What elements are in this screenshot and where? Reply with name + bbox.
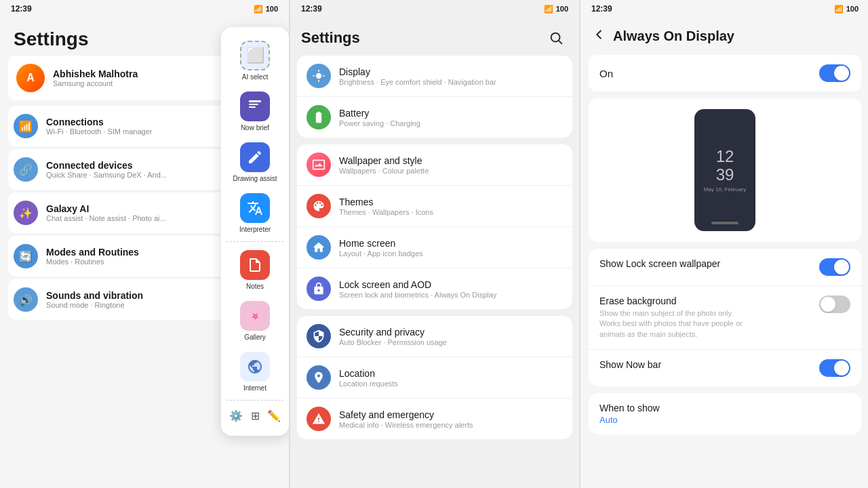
status-icons-1: 📶 100	[254, 5, 278, 14]
settings-row-themes[interactable]: Themes Themes · Wallpapers · Icons	[297, 186, 572, 227]
settings-row-battery[interactable]: Battery Power saving · Charging	[297, 97, 572, 138]
search-button[interactable]	[544, 26, 568, 50]
edit-pen-icon[interactable]: ✏️	[264, 406, 283, 425]
float-item-ai-select[interactable]: ⬜ AI select	[226, 35, 283, 86]
home-text: Home screen Layout · App icon badges	[339, 238, 423, 258]
aod-option-show-lock: Show Lock screen wallpaper	[589, 249, 861, 286]
aod-header: Always On Display	[580, 18, 868, 55]
battery-text-3: 100	[846, 5, 859, 13]
galaxy-ai-text: Galaxy AI Chat assist · Note assist · Ph…	[46, 203, 166, 222]
themes-icon	[307, 194, 331, 218]
when-to-show-value: Auto	[599, 415, 850, 425]
account-avatar: A	[16, 64, 45, 92]
status-bar-1: 12:39 📶 100	[0, 0, 289, 18]
status-icons-3: 📶 100	[834, 5, 859, 14]
connected-devices-icon: 🔗	[14, 157, 38, 182]
settings-gear-icon[interactable]: ⚙️	[226, 406, 245, 425]
account-info: Abhishek Malhotra Samsung account	[53, 68, 138, 87]
account-name: Abhishek Malhotra	[53, 68, 138, 79]
float-item-interpreter[interactable]: Interpreter	[226, 188, 283, 239]
settings-row-security[interactable]: Security and privacy Auto Blocker · Perm…	[297, 316, 572, 357]
svg-rect-1	[249, 104, 258, 105]
galaxy-ai-icon: ✨	[14, 201, 38, 225]
connections-icon: 📶	[14, 114, 38, 138]
lock-text: Lock screen and AOD Screen lock and biom…	[339, 279, 496, 299]
grid-icon[interactable]: ⊞	[245, 406, 264, 425]
now-brief-label: Now brief	[241, 124, 269, 131]
aod-main-toggle[interactable]	[819, 64, 850, 82]
modes-text: Modes and Routines Modes · Routines	[46, 247, 139, 266]
notes-icon	[240, 250, 270, 280]
panel-settings-list: 12:39 📶 100 Settings Display Brightness …	[290, 0, 579, 488]
internet-label: Internet	[243, 384, 267, 392]
settings-group-security: Security and privacy Auto Blocker · Perm…	[297, 316, 572, 439]
float-item-drawing-assist[interactable]: Drawing assist	[226, 137, 283, 188]
panel-always-on-display: 12:39 📶 100 Always On Display On 12 39 M…	[580, 0, 868, 488]
settings-row-safety[interactable]: Safety and emergency Medical info · Wire…	[297, 399, 572, 439]
signal-icon-3: 📶	[834, 5, 844, 14]
preview-date: May 10, February	[704, 186, 747, 192]
settings-group-display: Display Brightness · Eye comfort shield …	[297, 56, 572, 138]
when-to-show-label: When to show	[599, 403, 850, 413]
float-item-internet[interactable]: Internet	[226, 346, 283, 397]
time-1: 12:39	[11, 4, 32, 14]
drawing-assist-label: Drawing assist	[233, 175, 277, 182]
battery-text: 100	[266, 5, 278, 13]
display-text: Display Brightness · Eye comfort shield …	[339, 66, 496, 86]
float-item-notes[interactable]: Notes	[226, 245, 283, 296]
interpreter-icon	[240, 193, 270, 223]
themes-text: Themes Themes · Wallpapers · Icons	[339, 197, 433, 216]
time-2: 12:39	[301, 4, 322, 14]
float-item-now-brief[interactable]: Now brief	[226, 86, 283, 137]
float-bottom-actions: ⚙️ ⊞ ✏️	[226, 403, 283, 428]
connected-devices-text: Connected devices Quick Share · Samsung …	[46, 160, 167, 179]
panel-settings-main: 12:39 📶 100 Settings A Abhishek Malhotra…	[0, 0, 289, 488]
location-text: Location Location requests	[339, 368, 398, 388]
status-bar-3: 12:39 📶 100	[580, 0, 868, 18]
now-bar-toggle[interactable]	[819, 359, 850, 377]
battery-text-row: Battery Power saving · Charging	[339, 108, 420, 127]
status-icons-2: 📶 100	[544, 5, 568, 14]
when-to-show-section[interactable]: When to show Auto	[589, 393, 861, 434]
floating-menu: ⬜ AI select Now brief Drawing assist Int…	[221, 27, 289, 436]
settings-row-wallpaper[interactable]: Wallpaper and style Wallpapers · Colour …	[297, 144, 572, 186]
gallery-icon: 🌸	[240, 301, 270, 331]
show-lock-toggle[interactable]	[819, 258, 850, 276]
aod-preview-container: 12 39 May 10, February	[589, 98, 861, 242]
sounds-text: Sounds and vibration Sound mode · Ringto…	[46, 290, 143, 309]
wallpaper-text: Wallpaper and style Wallpapers · Colour …	[339, 155, 429, 175]
aod-toggle-label: On	[599, 68, 613, 79]
settings-row-home[interactable]: Home screen Layout · App icon badges	[297, 227, 572, 268]
settings-header-2: Settings	[290, 18, 579, 56]
phone-preview: 12 39 May 10, February	[694, 109, 755, 231]
sounds-icon: 🔊	[14, 287, 38, 312]
safety-icon	[307, 407, 331, 431]
float-item-gallery[interactable]: 🌸 Gallery	[226, 296, 283, 346]
now-brief-icon	[240, 92, 270, 121]
back-button[interactable]	[590, 26, 608, 47]
battery-text-2: 100	[556, 5, 568, 13]
settings-title-2: Settings	[301, 29, 360, 47]
settings-group-personalization: Wallpaper and style Wallpapers · Colour …	[297, 144, 572, 309]
menu-divider	[226, 241, 283, 242]
signal-icon: 📶	[254, 5, 263, 14]
battery-icon-row	[307, 105, 331, 129]
settings-row-display[interactable]: Display Brightness · Eye comfort shield …	[297, 56, 572, 97]
erase-bg-text: Erase background Show the main subject o…	[599, 296, 749, 340]
aod-toggle-row: On	[589, 55, 861, 92]
location-icon	[307, 365, 331, 390]
preview-nav-bar	[711, 222, 738, 224]
menu-divider-2	[226, 400, 283, 401]
account-sub: Samsung account	[53, 79, 138, 87]
security-icon	[307, 324, 331, 348]
settings-row-lock[interactable]: Lock screen and AOD Screen lock and biom…	[297, 268, 572, 309]
security-text: Security and privacy Auto Blocker · Perm…	[339, 327, 447, 346]
drawing-assist-icon	[240, 142, 270, 172]
gallery-label: Gallery	[244, 333, 266, 341]
aod-option-now-bar: Show Now bar	[589, 350, 861, 386]
signal-icon-2: 📶	[544, 5, 553, 14]
settings-row-location[interactable]: Location Location requests	[297, 357, 572, 399]
connections-text: Connections Wi-Fi · Bluetooth · SIM mana…	[46, 117, 153, 136]
svg-rect-0	[249, 100, 261, 102]
erase-bg-toggle[interactable]	[819, 296, 850, 313]
